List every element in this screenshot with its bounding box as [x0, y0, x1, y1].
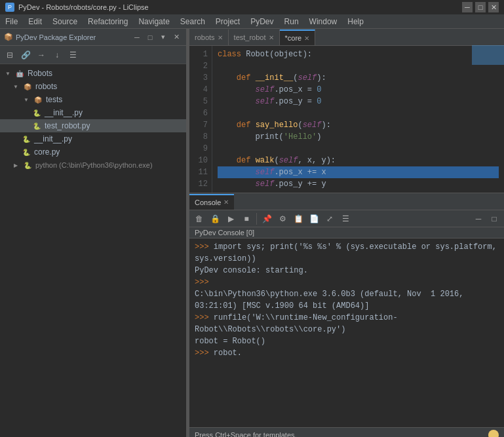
console-maximize-button[interactable]: □ [487, 212, 501, 226]
minimize-button[interactable]: ─ [462, 2, 473, 12]
python-arrow-icon: ▶ [10, 160, 21, 170]
expand-arrow-icon: ▼ [21, 94, 31, 105]
panel-maximize-icon[interactable]: □ [144, 31, 156, 43]
tab-test-robot-close[interactable]: ✕ [269, 34, 274, 41]
tab-test-robot[interactable]: test_robot ✕ [229, 29, 280, 45]
menu-run[interactable]: Run [279, 14, 304, 28]
panel-title-label: PyDev Package Explorer [16, 33, 96, 41]
panel-icon: 📦 [4, 33, 13, 41]
code-line-3: def __init__(self): [218, 72, 499, 84]
console-pin-button[interactable]: 📌 [260, 212, 274, 226]
console-line-2: PyDev console: starting. [195, 265, 499, 276]
menu-source[interactable]: Source [47, 14, 83, 28]
console-output[interactable]: >>> import sys; print('%s %s' % (sys.exe… [189, 238, 504, 427]
line-numbers: 1 2 3 4 5 6 7 8 9 10 11 12 [189, 46, 212, 193]
console-copy-button[interactable]: 📋 [291, 212, 305, 226]
line-num-2: 2 [189, 60, 212, 72]
console-text-5: runfile('W:\\runtime-New_configuration-R… [195, 313, 398, 334]
console-tab-label: Console [195, 199, 221, 206]
editor-code-area: 1 2 3 4 5 6 7 8 9 10 11 12 class Robot(o… [189, 46, 504, 193]
console-paste-button[interactable]: 📄 [307, 212, 321, 226]
menu-edit[interactable]: Edit [23, 14, 47, 28]
status-hint: Press Ctrl+Space for templates. [195, 431, 297, 438]
console-title-label: PyDev Console [0] [195, 229, 254, 237]
console-text-7: robot. [214, 349, 242, 358]
toolbar-forward-button[interactable]: → [34, 48, 48, 62]
menu-file[interactable]: File [0, 14, 23, 28]
tree-label-robots-pkg: robots [35, 82, 57, 91]
tab-core-close[interactable]: ✕ [304, 35, 309, 42]
console-menu-button[interactable]: ☰ [338, 212, 353, 226]
code-line-5: self.pos_y = 0 [218, 96, 499, 107]
package-icon: 📦 [22, 81, 33, 92]
prompt-1: >>> [195, 242, 214, 252]
tree-label-tests: tests [46, 95, 62, 104]
tree-item-core[interactable]: 🐍 core.py [0, 145, 186, 159]
editor-panel: robots ✕ test_robot ✕ *core ✕ [189, 29, 504, 193]
code-line-8: print('Hello') [218, 131, 499, 143]
tab-test-robot-label: test_robot [234, 33, 266, 41]
console-scroll-lock-button[interactable]: 🔒 [208, 212, 222, 226]
console-tab[interactable]: Console ✕ [189, 194, 234, 210]
tree-item-init-tests[interactable]: 🐍 __init__.py [0, 106, 186, 119]
code-line-1: class Robot(object): [218, 48, 499, 60]
panel-minimize-icon[interactable]: ─ [131, 31, 143, 43]
console-minimize-button[interactable]: ─ [471, 212, 486, 226]
expand-arrow-icon: ▼ [10, 81, 21, 92]
panel-menu-icon[interactable]: ▾ [157, 31, 169, 43]
console-toolbar: 🗑 🔒 ▶ ■ 📌 ⚙ 📋 📄 ⤢ ☰ ─ □ [189, 210, 504, 227]
explorer-toolbar: ⊟ 🔗 → ↓ ☰ [0, 46, 186, 64]
panel-controls: ─ □ ▾ ✕ [131, 31, 182, 43]
tree-label-init-tests: __init__.py [45, 108, 83, 117]
console-expand-button[interactable]: ⤢ [322, 212, 337, 226]
console-line-3: >>> [195, 276, 499, 288]
tree-item-robots-pkg[interactable]: ▼ 📦 robots [0, 80, 186, 93]
console-input-prompt: >>> robot. [195, 347, 499, 359]
close-button[interactable]: ✕ [488, 2, 499, 12]
line-num-8: 8 [189, 131, 212, 143]
code-editor[interactable]: class Robot(object): def __init__(self):… [212, 46, 504, 193]
file-tree: ▼ 🤖 Robots ▼ 📦 robots ▼ 📦 tests 🐍 __init… [0, 64, 186, 437]
console-title-bar: PyDev Console [0] [189, 227, 504, 238]
menu-help[interactable]: Help [342, 14, 369, 28]
console-run-button[interactable]: ▶ [223, 212, 238, 226]
right-area: robots ✕ test_robot ✕ *core ✕ [189, 29, 504, 437]
console-stop-button[interactable]: ■ [239, 212, 254, 226]
line-num-4: 4 [189, 84, 212, 96]
code-line-6 [218, 107, 499, 119]
tab-robots-close[interactable]: ✕ [218, 34, 223, 41]
console-text-1: import sys; print('%s %s' % (sys.executa… [195, 242, 501, 263]
tree-item-init-robots[interactable]: 🐍 __init__.py [0, 132, 186, 145]
maximize-button[interactable]: □ [475, 2, 486, 12]
pyfile-icon: 🐍 [21, 134, 31, 144]
minimap-selection [472, 45, 504, 65]
code-line-12: self.pos_y += y [218, 178, 499, 190]
menu-pydev[interactable]: PyDev [245, 14, 279, 28]
tree-item-robots[interactable]: ▼ 🤖 Robots [0, 67, 186, 80]
tree-item-test-robot[interactable]: 🐍 test_robot.py [0, 119, 186, 132]
tree-item-python[interactable]: ▶ 🐍 python (C:\bin\Python36\python.exe) [0, 159, 186, 172]
console-line-6: robot = Robot() [195, 335, 499, 347]
tree-item-tests[interactable]: ▼ 📦 tests [0, 93, 186, 106]
link-editor-button[interactable]: 🔗 [18, 48, 33, 62]
line-num-12: 12 [189, 178, 212, 190]
tab-robots[interactable]: robots ✕ [189, 29, 229, 45]
console-settings-button[interactable]: ⚙ [275, 212, 290, 226]
console-tab-close[interactable]: ✕ [223, 199, 229, 206]
menu-search[interactable]: Search [175, 14, 210, 28]
menu-refactoring[interactable]: Refactoring [83, 14, 133, 28]
toolbar-down-button[interactable]: ↓ [50, 48, 64, 62]
tab-robots-label: robots [195, 33, 215, 41]
menu-window[interactable]: Window [304, 14, 343, 28]
expand-arrow-icon: ▼ [3, 68, 13, 79]
app-icon: P [5, 3, 14, 12]
menu-project[interactable]: Project [210, 14, 245, 28]
toolbar-menu-button[interactable]: ☰ [66, 48, 80, 62]
console-line-1: >>> import sys; print('%s %s' % (sys.exe… [195, 241, 499, 265]
panel-close-icon[interactable]: ✕ [170, 31, 182, 43]
console-clear-button[interactable]: 🗑 [192, 212, 206, 226]
menu-navigate[interactable]: Navigate [133, 14, 174, 28]
tab-core[interactable]: *core ✕ [280, 29, 316, 45]
collapse-all-button[interactable]: ⊟ [3, 48, 17, 62]
console-status-bar: Press Ctrl+Space for templates. [189, 427, 504, 437]
